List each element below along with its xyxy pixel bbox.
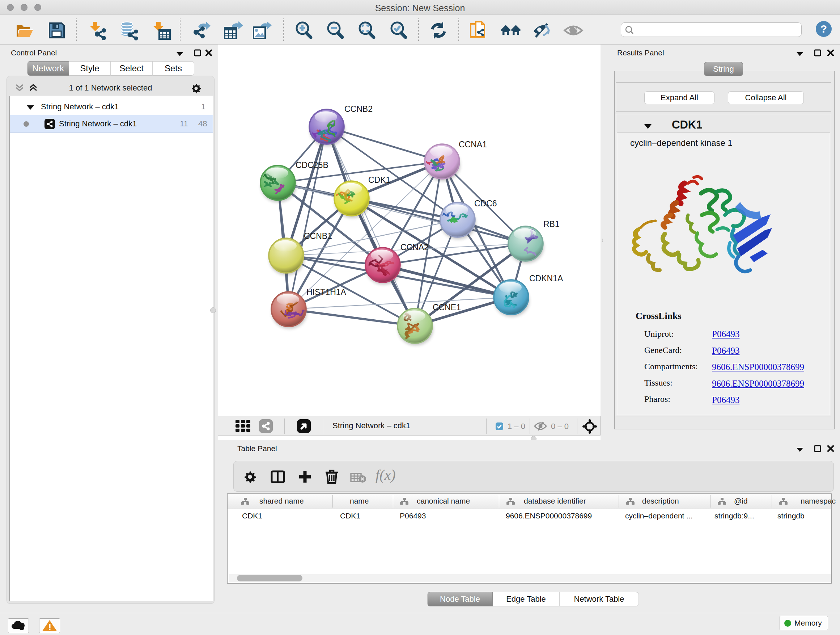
svg-text:CDKN1A: CDKN1A xyxy=(529,274,563,283)
svg-text:CCNA1: CCNA1 xyxy=(459,140,487,149)
svg-text:CCNB2: CCNB2 xyxy=(344,104,373,114)
svg-text:RB1: RB1 xyxy=(543,219,560,229)
svg-text:CDK1: CDK1 xyxy=(368,175,390,185)
svg-text:?: ? xyxy=(821,23,827,35)
svg-text:CCNE1: CCNE1 xyxy=(433,302,461,312)
svg-text:CCNB1: CCNB1 xyxy=(304,231,332,241)
svg-text:CCNA2: CCNA2 xyxy=(401,242,429,252)
svg-text:CDC25B: CDC25B xyxy=(295,160,328,170)
svg-text:CDC6: CDC6 xyxy=(474,199,497,208)
svg-text:HIST1H1A: HIST1H1A xyxy=(306,287,347,297)
